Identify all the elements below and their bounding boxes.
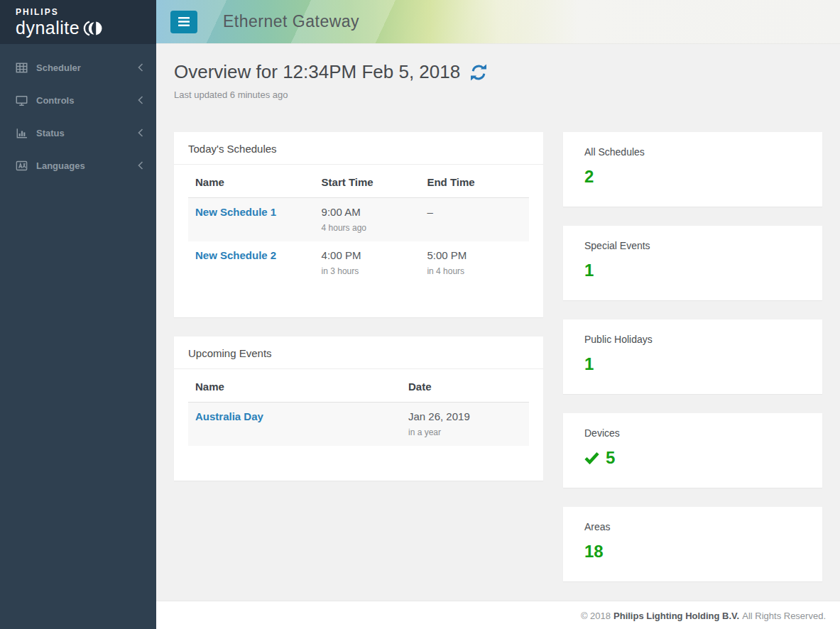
stat-label: Public Holidays (584, 334, 801, 345)
stat-label: All Schedules (584, 146, 801, 158)
sidebar-item-label: Controls (36, 95, 138, 106)
column-header-start: Start Time (315, 165, 420, 198)
sidebar-item-controls[interactable]: Controls (0, 84, 156, 116)
rights-text: All Rights Reserved. (742, 611, 826, 621)
sidebar: PHILIPS dynalite (0, 0, 156, 629)
sidebar-item-label: Languages (36, 160, 138, 171)
card-title: Today's Schedules (174, 132, 543, 165)
column-header-name: Name (188, 165, 315, 198)
chevron-left-icon (138, 63, 143, 72)
sidebar-item-label: Status (36, 128, 138, 138)
app-window: PHILIPS dynalite (0, 0, 840, 629)
sidebar-item-scheduler[interactable]: Scheduler (0, 51, 156, 84)
start-time-relative: 4 hours ago (322, 223, 413, 233)
dashboard-columns: Today's Schedules Name Start Time End Ti… (174, 132, 822, 601)
stat-value: 1 (584, 354, 594, 374)
desktop-icon (16, 94, 28, 106)
event-link[interactable]: Australia Day (195, 410, 263, 422)
column-header-name: Name (188, 369, 401, 403)
company-name: Philips Lighting Holding B.V. (613, 611, 739, 621)
end-time: 5:00 PM (427, 249, 522, 261)
sidebar-nav: Scheduler Controls (0, 44, 156, 182)
upcoming-events-card: Upcoming Events Name Date Australia D (174, 337, 543, 481)
end-time-relative: in 4 hours (427, 266, 522, 276)
hamburger-icon (178, 17, 190, 26)
refresh-button[interactable] (470, 64, 487, 81)
overview-header: Overview for 12:34PM Feb 5, 2018 (174, 61, 822, 83)
upcoming-events-table: Name Date Australia Day Jan 26, 2019 in … (188, 369, 529, 446)
stat-label: Areas (584, 521, 801, 532)
page-title: Ethernet Gateway (223, 12, 359, 31)
schedule-link[interactable]: New Schedule 1 (195, 206, 276, 218)
copyright-prefix: © 2018 (581, 611, 611, 621)
chevron-left-icon (138, 161, 143, 170)
sidebar-item-languages[interactable]: Languages (0, 149, 156, 182)
dynalite-cd-icon (82, 21, 104, 36)
philips-wordmark: PHILIPS (16, 7, 156, 17)
stat-card-all-schedules: All Schedules 2 (563, 132, 822, 207)
dynalite-wordmark: dynalite (16, 18, 80, 38)
bar-chart-icon (16, 127, 28, 139)
main-area: Ethernet Gateway Overview for 12:34PM Fe… (156, 0, 840, 629)
table-row: Australia Day Jan 26, 2019 in a year (188, 403, 529, 447)
top-header-bar: Ethernet Gateway (156, 0, 840, 44)
check-icon (584, 452, 599, 464)
overview-title: Overview for 12:34PM Feb 5, 2018 (174, 61, 460, 83)
brand-logo: PHILIPS dynalite (0, 0, 156, 44)
table-icon (16, 62, 28, 74)
start-time: 9:00 AM (322, 206, 413, 218)
stat-value: 5 (606, 448, 615, 468)
table-row: New Schedule 2 4:00 PM in 3 hours 5:00 P… (188, 241, 529, 285)
start-time: 4:00 PM (322, 249, 413, 261)
stat-label: Special Events (584, 240, 801, 251)
sidebar-item-label: Scheduler (36, 62, 138, 73)
card-title: Upcoming Events (174, 337, 543, 369)
language-icon (16, 160, 28, 172)
stat-card-public-holidays: Public Holidays 1 (563, 319, 822, 394)
start-time-relative: in 3 hours (322, 266, 413, 276)
left-column: Today's Schedules Name Start Time End Ti… (174, 132, 543, 601)
column-header-date: Date (401, 369, 529, 403)
schedule-link[interactable]: New Schedule 2 (195, 249, 276, 261)
todays-schedules-card: Today's Schedules Name Start Time End Ti… (174, 132, 543, 317)
table-row: New Schedule 1 9:00 AM 4 hours ago – (188, 198, 529, 242)
stat-label: Devices (584, 427, 801, 439)
stat-card-areas: Areas 18 (563, 507, 822, 581)
footer: © 2018 Philips Lighting Holding B.V. All… (156, 601, 840, 629)
event-date: Jan 26, 2019 (408, 410, 522, 422)
stat-value: 1 (584, 261, 594, 280)
stat-card-special-events: Special Events 1 (563, 226, 822, 300)
column-header-end: End Time (420, 165, 529, 198)
stat-value: 18 (584, 542, 604, 562)
menu-toggle-button[interactable] (170, 11, 197, 33)
chevron-left-icon (138, 96, 143, 104)
end-time: – (427, 206, 522, 218)
stat-value: 2 (584, 167, 594, 187)
stat-card-devices: Devices 5 (563, 413, 822, 488)
refresh-icon (470, 64, 487, 81)
right-column: All Schedules 2 Special Events 1 Public … (563, 132, 822, 601)
chevron-left-icon (138, 128, 143, 137)
sidebar-item-status[interactable]: Status (0, 116, 156, 149)
last-updated-text: Last updated 6 minutes ago (174, 89, 822, 100)
event-date-relative: in a year (408, 427, 522, 437)
todays-schedules-table: Name Start Time End Time New Schedule 1 … (188, 165, 529, 285)
content: Overview for 12:34PM Feb 5, 2018 Last up… (156, 44, 840, 601)
